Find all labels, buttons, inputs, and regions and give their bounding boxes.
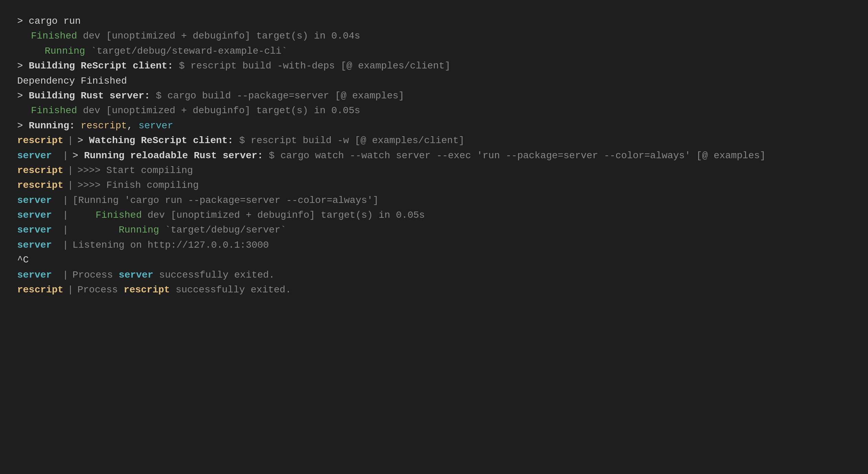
finished-text-1: dev [unoptimized + debuginfo] target(s) … — [77, 29, 360, 43]
rescript-exit-text: successfully exited. — [170, 282, 291, 297]
prefix-server-3: server — [17, 208, 58, 223]
line-building-rust: > Building Rust server: $ cargo build --… — [17, 88, 851, 103]
running-space — [75, 118, 81, 133]
finished-label-1: Finished — [31, 29, 77, 43]
line-server-running-target: server| Running `target/debug/server` — [17, 223, 851, 237]
listening-text: Listening on http://127.0.0.1:3000 — [73, 238, 269, 252]
pipe-8: | — [63, 238, 68, 252]
prefix-rescript-4: rescript — [17, 282, 63, 297]
line-running-1: Running `target/debug/steward-example-cl… — [17, 44, 851, 58]
server-cargo-run: [Running 'cargo run --package=server --c… — [73, 193, 379, 208]
start-compiling: >>>> Start compiling — [77, 163, 193, 178]
running-label-1: Running — [45, 44, 85, 58]
line-server-running-reload: server|> Running reloadable Rust server:… — [17, 148, 851, 163]
server-finished-indent — [73, 208, 96, 223]
chevron-3: > — [17, 88, 29, 103]
ctrl-c-text: ^C — [17, 252, 29, 267]
pipe-1: | — [67, 133, 73, 148]
server-exit-name: server — [119, 268, 153, 282]
rescript-exit-process: Process — [77, 282, 123, 297]
building-rescript-label: Building ReScript client: — [29, 58, 173, 73]
reload-chevron: > — [73, 148, 84, 163]
pipe-7: | — [63, 223, 68, 237]
pipe-3: | — [67, 163, 73, 178]
prefix-rescript-1: rescript — [17, 133, 63, 148]
pipe-5: | — [63, 193, 68, 208]
server-exit-text: successfully exited. — [153, 268, 275, 282]
dependency-finished-text: Dependency Finished — [17, 74, 127, 88]
pipe-2: | — [63, 148, 68, 163]
reload-cmd: $ cargo watch --watch server --exec 'run… — [263, 148, 766, 163]
pipe-6: | — [63, 208, 68, 223]
building-rust-cmd: $ cargo build --package=server [@ exampl… — [150, 88, 404, 103]
line-rescript-exited: rescript|Process rescript successfully e… — [17, 282, 851, 297]
running-section-label: Running: — [29, 118, 75, 133]
cmd-text: cargo run — [29, 14, 81, 29]
watching-cmd: $ rescript build -w [@ examples/client] — [233, 133, 464, 148]
line-building-rescript: > Building ReScript client: $ rescript b… — [17, 58, 851, 73]
prefix-server-5: server — [17, 238, 58, 252]
running-text-2: `target/debug/server` — [159, 223, 286, 237]
line-finished-1: Finished dev [unoptimized + debuginfo] t… — [17, 29, 851, 43]
running-text-1: `target/debug/steward-example-cli` — [85, 44, 287, 58]
running-label-2: Running — [119, 223, 159, 237]
chevron-2: > — [17, 58, 29, 73]
line-ctrl-c: ^C — [17, 252, 851, 267]
line-running-section: > Running: rescript, server — [17, 118, 851, 133]
pipe-10: | — [67, 282, 73, 297]
watching-chevron: > — [77, 133, 89, 148]
watching-label: Watching ReScript client: — [89, 133, 233, 148]
pipe-9: | — [63, 268, 68, 282]
rescript-name: rescript — [81, 118, 127, 133]
comma: , — [127, 118, 133, 133]
line-server-listening: server|Listening on http://127.0.0.1:300… — [17, 238, 851, 252]
server-running-indent — [73, 223, 119, 237]
running-space-2 — [133, 118, 139, 133]
terminal: > cargo run Finished dev [unoptimized + … — [17, 14, 851, 297]
line-finished-2: Finished dev [unoptimized + debuginfo] t… — [17, 103, 851, 118]
prefix-rescript-2: rescript — [17, 163, 63, 178]
chevron: > — [17, 14, 29, 29]
rescript-exit-name: rescript — [124, 282, 170, 297]
finished-label-2: Finished — [31, 103, 77, 118]
pipe-4: | — [67, 178, 73, 193]
line-server-running-cargo: server|[Running 'cargo run --package=ser… — [17, 193, 851, 208]
finished-label-3: Finished — [96, 208, 142, 223]
prefix-server-4: server — [17, 223, 58, 237]
finish-compiling: >>>> Finish compiling — [77, 178, 199, 193]
building-rescript-cmd: $ rescript build -with-deps [@ examples/… — [173, 58, 451, 73]
prefix-server-6: server — [17, 268, 58, 282]
line-rescript-finish: rescript|>>>> Finish compiling — [17, 178, 851, 193]
finished-text-2: dev [unoptimized + debuginfo] target(s) … — [77, 103, 360, 118]
prefix-server-1: server — [17, 148, 58, 163]
prefix-server-2: server — [17, 193, 58, 208]
line-cargo-run: > cargo run — [17, 14, 851, 29]
line-rescript-start: rescript|>>>> Start compiling — [17, 163, 851, 178]
server-exit-process: Process — [73, 268, 119, 282]
line-dependency-finished: Dependency Finished — [17, 74, 851, 88]
line-rescript-watching: rescript|> Watching ReScript client: $ r… — [17, 133, 851, 148]
building-rust-label: Building Rust server: — [29, 88, 150, 103]
chevron-4: > — [17, 118, 29, 133]
line-server-finished: server| Finished dev [unoptimized + debu… — [17, 208, 851, 223]
server-name: server — [139, 118, 173, 133]
line-server-exited: server|Process server successfully exite… — [17, 268, 851, 282]
finished-text-3: dev [unoptimized + debuginfo] target(s) … — [142, 208, 425, 223]
prefix-rescript-3: rescript — [17, 178, 63, 193]
reload-label: Running reloadable Rust server: — [84, 148, 263, 163]
